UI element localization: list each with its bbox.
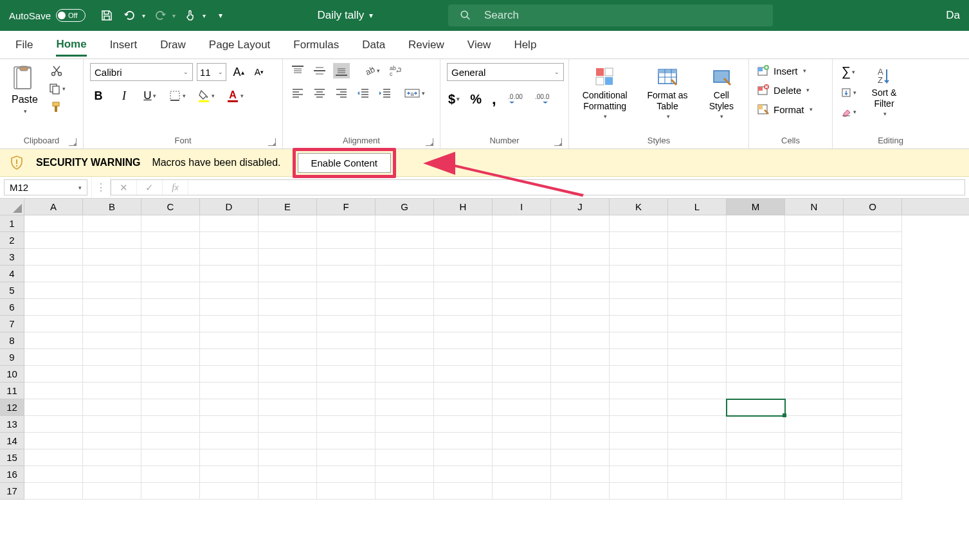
- wrap-text-button[interactable]: abc: [386, 63, 404, 78]
- grid-cell[interactable]: [610, 416, 668, 433]
- grid-cell[interactable]: [727, 383, 785, 399]
- align-bottom-button[interactable]: [333, 63, 350, 78]
- column-header[interactable]: H: [434, 199, 493, 215]
- grid-cell[interactable]: [317, 366, 376, 383]
- name-box[interactable]: M12 ▾: [4, 179, 87, 195]
- grid-cell[interactable]: [668, 332, 727, 349]
- tab-insert[interactable]: Insert: [110, 33, 138, 57]
- grid-cell[interactable]: [376, 433, 434, 449]
- column-header[interactable]: I: [493, 199, 551, 215]
- align-top-button[interactable]: [289, 63, 306, 78]
- column-header[interactable]: A: [24, 199, 83, 215]
- grid-cell[interactable]: [258, 249, 317, 266]
- cancel-formula-button[interactable]: ✕: [111, 180, 137, 195]
- grid-cell[interactable]: [434, 483, 493, 500]
- font-dialog-launcher[interactable]: [268, 138, 276, 146]
- grid-cell[interactable]: [493, 399, 551, 416]
- row-header[interactable]: 8: [0, 332, 24, 349]
- grid-cell[interactable]: [727, 349, 785, 366]
- grid-cell[interactable]: [83, 215, 141, 232]
- number-format-select[interactable]: General⌄: [447, 63, 564, 81]
- grid-cell[interactable]: [785, 483, 844, 500]
- row-header[interactable]: 16: [0, 466, 24, 483]
- grid-cell[interactable]: [258, 466, 317, 483]
- save-icon[interactable]: [98, 7, 115, 24]
- grid-cell[interactable]: [376, 215, 434, 232]
- grid-cell[interactable]: [434, 466, 493, 483]
- grid-cell[interactable]: [317, 249, 376, 266]
- grid-cell[interactable]: [844, 433, 902, 449]
- row-header[interactable]: 10: [0, 366, 24, 383]
- grid-cell[interactable]: [610, 449, 668, 466]
- grid-cell[interactable]: [141, 266, 200, 282]
- grid-cell[interactable]: [258, 383, 317, 399]
- grid-cell[interactable]: [200, 399, 258, 416]
- grid-cell[interactable]: [83, 332, 141, 349]
- grid-cell[interactable]: [551, 232, 610, 249]
- grid-cell[interactable]: [317, 399, 376, 416]
- grid-cell[interactable]: [785, 316, 844, 332]
- grid-cell[interactable]: [376, 366, 434, 383]
- grid-cell[interactable]: [376, 449, 434, 466]
- grid-cell[interactable]: [551, 433, 610, 449]
- grid-cell[interactable]: [551, 316, 610, 332]
- grid-cell[interactable]: [83, 249, 141, 266]
- grid-cell[interactable]: [668, 282, 727, 299]
- grid-cell[interactable]: [24, 316, 83, 332]
- touch-dropdown-icon[interactable]: ▾: [203, 12, 206, 19]
- grid-cell[interactable]: [785, 366, 844, 383]
- tab-data[interactable]: Data: [362, 33, 385, 57]
- grid-cell[interactable]: [376, 416, 434, 433]
- grid-cell[interactable]: [727, 316, 785, 332]
- grid-cell[interactable]: [317, 316, 376, 332]
- row-header[interactable]: 15: [0, 449, 24, 466]
- grid-cell[interactable]: [844, 399, 902, 416]
- grid-cell[interactable]: [376, 483, 434, 500]
- column-header[interactable]: B: [83, 199, 141, 215]
- accounting-button[interactable]: $▾: [447, 91, 461, 108]
- grid-cell[interactable]: [24, 416, 83, 433]
- grid-cell[interactable]: [258, 232, 317, 249]
- grid-cell[interactable]: [258, 266, 317, 282]
- grid-cell[interactable]: [434, 433, 493, 449]
- grid-cell[interactable]: [610, 349, 668, 366]
- grid-cell[interactable]: [83, 282, 141, 299]
- grid-cell[interactable]: [434, 332, 493, 349]
- align-right-button[interactable]: [333, 86, 350, 100]
- grid-cell[interactable]: [376, 332, 434, 349]
- row-header[interactable]: 4: [0, 266, 24, 282]
- autosave-toggle[interactable]: Off: [56, 9, 86, 22]
- grid-cell[interactable]: [434, 383, 493, 399]
- grid-cell[interactable]: [785, 215, 844, 232]
- cell-styles-button[interactable]: Cell Styles▾: [701, 63, 742, 122]
- increase-decimal-button[interactable]: .0.00: [505, 91, 525, 107]
- grid-cell[interactable]: [493, 282, 551, 299]
- grid-cell[interactable]: [727, 399, 785, 416]
- grid-cell[interactable]: [551, 383, 610, 399]
- grid-cell[interactable]: [493, 232, 551, 249]
- grid-cell[interactable]: [610, 232, 668, 249]
- italic-button[interactable]: I: [116, 87, 132, 104]
- tab-formulas[interactable]: Formulas: [293, 33, 339, 57]
- customize-qat-icon[interactable]: ▾: [212, 7, 229, 24]
- grid-cell[interactable]: [844, 349, 902, 366]
- grid-cell[interactable]: [141, 332, 200, 349]
- clipboard-dialog-launcher[interactable]: [69, 138, 77, 146]
- grid-cell[interactable]: [727, 249, 785, 266]
- grid-cell[interactable]: [844, 383, 902, 399]
- grid-cell[interactable]: [727, 483, 785, 500]
- grid-cell[interactable]: [727, 416, 785, 433]
- column-header[interactable]: D: [200, 199, 258, 215]
- grid-cell[interactable]: [317, 349, 376, 366]
- grid-cell[interactable]: [785, 266, 844, 282]
- delete-cells-button[interactable]: Delete▾: [756, 82, 826, 98]
- cut-button[interactable]: [47, 63, 67, 78]
- grid-cell[interactable]: [844, 249, 902, 266]
- grid-cell[interactable]: [727, 366, 785, 383]
- grid-cell[interactable]: [258, 299, 317, 316]
- grid-cell[interactable]: [24, 449, 83, 466]
- grid-cell[interactable]: [785, 399, 844, 416]
- row-header[interactable]: 6: [0, 299, 24, 316]
- column-header[interactable]: L: [668, 199, 727, 215]
- grid-cell[interactable]: [434, 416, 493, 433]
